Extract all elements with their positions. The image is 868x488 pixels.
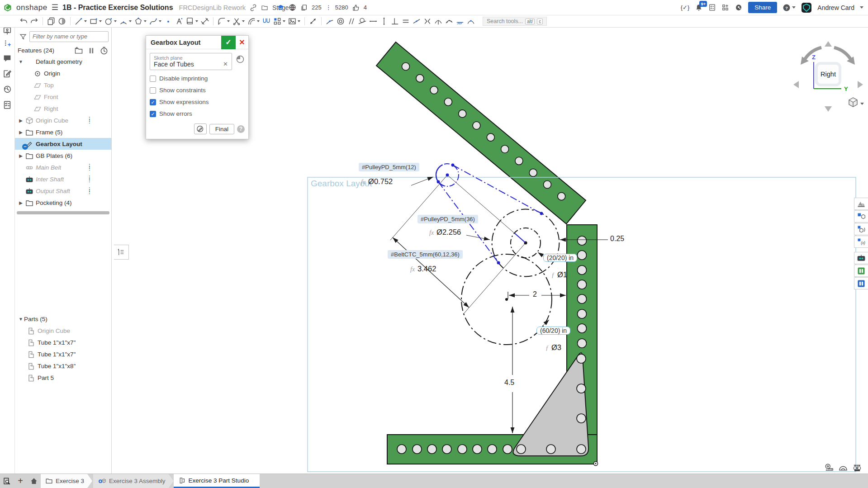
blue-library-panel-tab[interactable]: [854, 277, 868, 289]
tree-chevron[interactable]: ▶: [18, 153, 24, 158]
pattern-tool[interactable]: [272, 16, 287, 27]
slot-tool-dropdown[interactable]: [195, 20, 198, 22]
constraint-tangent[interactable]: [357, 16, 368, 27]
tape-measure-tool-icon[interactable]: [824, 463, 834, 472]
suppress-clock-icon[interactable]: [236, 55, 245, 64]
feature-item-right[interactable]: Right: [15, 103, 111, 114]
main-menu-icon[interactable]: ☰: [52, 3, 58, 12]
spline-tool[interactable]: [148, 16, 163, 27]
undo-button[interactable]: [18, 16, 29, 27]
avatar[interactable]: [801, 2, 812, 13]
featurescript-check-icon[interactable]: {✓}: [681, 4, 690, 11]
part-item-tube-1-x1-x8-[interactable]: Tube 1"x1"x8": [15, 360, 111, 372]
edit-icon[interactable]: [2, 69, 12, 79]
feature-item-front[interactable]: Front: [15, 91, 111, 103]
circle-tool-dropdown[interactable]: [114, 20, 117, 22]
feature-list-flyout-button[interactable]: [114, 245, 129, 260]
new-tab-button[interactable]: +: [14, 474, 27, 488]
constraint-coincident[interactable]: [324, 16, 335, 27]
search-tabs-icon[interactable]: [0, 474, 14, 488]
checkbox[interactable]: [150, 76, 156, 82]
variables-panel-tab[interactable]: (x): [854, 236, 868, 248]
user-name[interactable]: Andrew Card: [817, 4, 854, 11]
tree-chevron[interactable]: ▶: [18, 130, 24, 135]
sketch-mode-button[interactable]: [194, 123, 207, 134]
rectangle-tool-dropdown[interactable]: [99, 20, 102, 22]
final-button[interactable]: Final: [209, 124, 234, 134]
parts-header-row[interactable]: ▼ Parts (5): [15, 313, 111, 325]
tree-chevron[interactable]: ▼: [18, 59, 24, 64]
feature-state-dots[interactable]: ⋮⋮: [87, 165, 92, 170]
feature-item-main-belt[interactable]: Main Belt ⋮⋮: [15, 161, 111, 173]
part-item-tube-1-x1-x7-[interactable]: Tube 1"x1"x7": [15, 348, 111, 360]
arc-tool-dropdown[interactable]: [129, 20, 132, 22]
constraint-curve-pattern[interactable]: [444, 16, 455, 27]
feature-item-origin-cube[interactable]: ▶ Origin Cube ⋮⋮: [15, 114, 111, 126]
constraint-parallel[interactable]: [346, 16, 357, 27]
tasks-icon[interactable]: [2, 100, 12, 110]
fillet-tool-dropdown[interactable]: [227, 20, 230, 22]
offset-tool[interactable]: [246, 16, 261, 27]
constraint-normal[interactable]: [433, 16, 444, 27]
pattern-tool-dropdown[interactable]: [283, 20, 285, 22]
configurations-panel-tab[interactable]: [854, 210, 868, 223]
feature-item-top[interactable]: Top: [15, 79, 111, 91]
cancel-button[interactable]: ✕: [236, 36, 248, 49]
history-clock-icon[interactable]: [100, 46, 109, 54]
line-tool[interactable]: [73, 16, 88, 27]
search-tools[interactable]: Search tools...alt/c: [483, 17, 547, 26]
constraint-concentric[interactable]: [335, 16, 346, 27]
confirm-button[interactable]: ✓: [221, 36, 236, 49]
new-folder-icon[interactable]: [74, 46, 83, 54]
fillet-tool[interactable]: [216, 16, 231, 27]
insert-image-tool[interactable]: [287, 16, 302, 27]
view-cube[interactable]: Z Y Right: [787, 34, 868, 118]
help-icon[interactable]: ?: [783, 4, 796, 12]
part-item-origin-cube[interactable]: Origin Cube: [15, 325, 111, 336]
appearance-panel-tab[interactable]: [854, 198, 868, 210]
option-disable-imprinting[interactable]: Disable imprinting: [150, 75, 245, 82]
document-tab-3[interactable]: Exercise 3 Part Studio: [174, 474, 260, 488]
featurescript-panel-tab[interactable]: [854, 223, 868, 235]
checkbox[interactable]: ✓: [150, 111, 156, 117]
document-tab-2[interactable]: Exercise 3 Assembly: [93, 474, 174, 488]
mirror-tool[interactable]: [261, 16, 272, 27]
constraint-fix[interactable]: [455, 16, 465, 27]
green-library-panel-tab[interactable]: [854, 265, 868, 277]
history-icon[interactable]: [2, 84, 12, 94]
protractor-tool-icon[interactable]: [838, 463, 848, 472]
feature-item-origin[interactable]: Origin: [15, 67, 111, 79]
panel-scrollbar[interactable]: [17, 211, 109, 214]
sketch-style-button[interactable]: [57, 16, 67, 27]
insert-image-tool-dropdown[interactable]: [298, 20, 300, 22]
document-tab-1[interactable]: Exercise 3: [41, 474, 92, 488]
text-tool[interactable]: [174, 16, 185, 27]
rectangle-tool[interactable]: [88, 16, 103, 27]
rollback-pause-icon[interactable]: [87, 46, 96, 54]
user-menu-caret[interactable]: [860, 6, 863, 9]
slot-tool[interactable]: [185, 16, 199, 27]
comment-icon[interactable]: [2, 53, 12, 63]
circle-tool[interactable]: [103, 16, 118, 27]
feature-item-inter-shaft[interactable]: Inter Shaft ⋮⋮: [15, 173, 111, 185]
feature-state-dots[interactable]: ⋮⋮: [87, 177, 92, 181]
offset-tool-dropdown[interactable]: [257, 20, 260, 22]
home-icon[interactable]: [27, 474, 41, 488]
constraint-symmetric[interactable]: [422, 16, 433, 27]
share-button[interactable]: Share: [748, 2, 777, 13]
paste-sketch-button[interactable]: [46, 16, 57, 27]
part-item-tube-1-x1-x7-[interactable]: Tube 1"x1"x7": [15, 336, 111, 348]
constraint-equal[interactable]: [400, 16, 411, 27]
checkbox[interactable]: ✓: [150, 99, 156, 105]
insert-icon[interactable]: [2, 39, 12, 49]
polygon-tool[interactable]: [133, 16, 148, 27]
feature-item-gb-plates-6-[interactable]: ▶ GB Plates (6): [15, 150, 111, 161]
transform-tool[interactable]: [308, 16, 318, 27]
gusset-plate[interactable]: [513, 353, 589, 456]
notifications-bell-icon[interactable]: 9+: [695, 4, 703, 12]
likes-icon[interactable]: [352, 4, 360, 11]
tree-chevron[interactable]: ▶: [18, 118, 24, 123]
part-item-part-5[interactable]: Part 5: [15, 372, 111, 384]
checkbox[interactable]: [150, 87, 156, 94]
dimension-tool[interactable]: [199, 16, 210, 27]
